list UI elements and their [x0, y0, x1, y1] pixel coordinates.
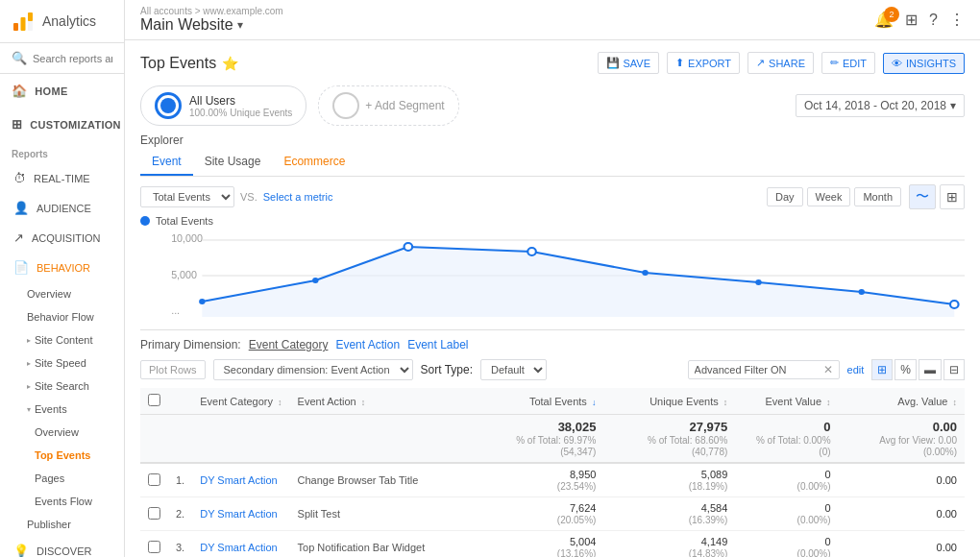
row-category[interactable]: DY Smart Action	[192, 463, 289, 497]
table-grid-button[interactable]: ⊞	[871, 359, 893, 380]
notification-button[interactable]: 🔔 2	[874, 11, 894, 29]
help-icon[interactable]: ?	[929, 12, 938, 29]
secondary-dimension-select[interactable]: Secondary dimension: Event Action	[213, 359, 413, 380]
sort-type-select[interactable]: Default	[480, 359, 547, 380]
sidebar-item-customization[interactable]: ⊞ CUSTOMIZATION	[0, 108, 124, 141]
th-avg-value[interactable]: Avg. Value ↕	[839, 388, 965, 415]
metric-select[interactable]: Total Events	[140, 186, 234, 207]
sidebar-item-site-speed[interactable]: ▸ Site Speed	[0, 351, 124, 375]
day-button[interactable]: Day	[767, 187, 803, 206]
filter-input[interactable]	[695, 364, 820, 375]
search-input[interactable]	[33, 53, 112, 64]
week-button[interactable]: Week	[807, 187, 851, 206]
sidebar-item-publisher[interactable]: Publisher	[0, 513, 124, 536]
row-category[interactable]: DY Smart Action	[192, 531, 289, 558]
page-title-area[interactable]: Main Website ▾	[140, 16, 283, 34]
explorer-label: Explorer	[140, 133, 184, 147]
sidebar-item-top-events[interactable]: Top Events	[0, 444, 124, 467]
sort-type-label: Sort Type:	[421, 363, 473, 376]
sidebar-item-realtime[interactable]: ⏱ REAL-TIME	[0, 163, 124, 193]
sort-icon-total: ↓	[592, 398, 597, 407]
th-event-category[interactable]: Event Category ↕	[192, 388, 289, 415]
share-button[interactable]: ↗ SHARE	[747, 52, 814, 74]
category-link-0[interactable]: DY Smart Action	[200, 474, 278, 486]
dimension-event-action[interactable]: Event Action	[335, 338, 400, 351]
header-actions: 🔔 2 ⊞ ? ⋮	[874, 11, 965, 29]
tab-row: Event Site Usage Ecommerce	[140, 149, 965, 177]
sort-icon-value: ↕	[826, 398, 831, 407]
sidebar-item-events[interactable]: ▾ Events	[0, 398, 124, 421]
segment-row: All Users 100.00% Unique Events + Add Se…	[140, 85, 965, 126]
date-range-button[interactable]: Oct 14, 2018 - Oct 20, 2018 ▾	[796, 94, 965, 117]
row-category[interactable]: DY Smart Action	[192, 497, 289, 531]
dimension-row: Primary Dimension: Event Category Event …	[140, 338, 965, 351]
edit-button[interactable]: ✏ EDIT	[821, 52, 875, 74]
row-check[interactable]	[140, 531, 168, 558]
sidebar-item-discover[interactable]: 💡 DISCOVER	[0, 536, 124, 557]
sidebar-item-pages[interactable]: Pages	[0, 467, 124, 490]
content-area: Top Events ⭐ 💾 SAVE ⬆ EXPORT ↗ SHARE ✏	[125, 40, 980, 557]
analytics-logo-icon	[12, 10, 35, 33]
table-pivot-button[interactable]: ⊟	[943, 359, 965, 380]
plot-rows-button[interactable]: Plot Rows	[140, 360, 206, 379]
row-unique-events: 5,089(18.19%)	[603, 463, 735, 497]
sidebar-item-behavior-flow[interactable]: Behavior Flow	[0, 305, 124, 328]
totals-event-value: 0 % of Total: 0.00% (0)	[735, 415, 838, 464]
sidebar-item-site-content[interactable]: ▸ Site Content	[0, 328, 124, 351]
export-button[interactable]: ⬆ EXPORT	[667, 52, 740, 74]
dimension-event-category[interactable]: Event Category	[249, 338, 329, 351]
share-icon: ↗	[756, 57, 765, 69]
all-users-segment[interactable]: All Users 100.00% Unique Events	[140, 85, 306, 126]
th-total-events[interactable]: Total Events ↓	[473, 388, 603, 415]
save-button[interactable]: 💾 SAVE	[598, 52, 660, 74]
sidebar-search-container[interactable]: 🔍	[0, 43, 124, 74]
sidebar-item-site-search[interactable]: ▸ Site Search	[0, 375, 124, 398]
dimension-event-label[interactable]: Event Label	[407, 338, 468, 351]
sidebar-item-overview[interactable]: Overview	[0, 282, 124, 305]
th-event-action[interactable]: Event Action ↕	[290, 388, 474, 415]
insights-button[interactable]: 👁 INSIGHTS	[883, 53, 965, 74]
filter-clear-button[interactable]: ✕	[823, 363, 833, 376]
table-bar-button[interactable]: ▬	[919, 359, 942, 380]
date-range-text: Oct 14, 2018 - Oct 20, 2018	[804, 99, 946, 112]
sidebar: Analytics 🔍 🏠 HOME ⊞ CUSTOMIZATION Repor…	[0, 0, 125, 557]
row-checkbox-0[interactable]	[148, 473, 160, 486]
th-event-value[interactable]: Event Value ↕	[735, 388, 838, 415]
filter-edit-link[interactable]: edit	[847, 364, 865, 375]
row-check[interactable]	[140, 497, 168, 531]
sidebar-item-home[interactable]: 🏠 HOME	[0, 74, 124, 108]
th-unique-events[interactable]: Unique Events ↕	[603, 388, 735, 415]
row-checkbox-1[interactable]	[148, 507, 160, 520]
sidebar-item-audience[interactable]: 👤 AUDIENCE	[0, 193, 124, 223]
select-metric-link[interactable]: Select a metric	[263, 191, 333, 203]
select-all-checkbox[interactable]	[148, 394, 160, 406]
discover-icon: 💡	[13, 544, 29, 557]
notification-badge: 2	[884, 7, 899, 22]
table-percent-button[interactable]: %	[894, 359, 917, 380]
apps-grid-icon[interactable]: ⊞	[905, 11, 918, 29]
row-avg-value: 0.00	[839, 463, 965, 497]
sidebar-item-events-flow[interactable]: Events Flow	[0, 490, 124, 513]
category-link-1[interactable]: DY Smart Action	[200, 508, 278, 520]
page-title-dropdown-icon[interactable]: ▾	[237, 18, 243, 32]
totals-total-events: 38,025 % of Total: 69.97% (54,347)	[473, 415, 603, 464]
row-unique-events: 4,149(14.83%)	[603, 531, 735, 558]
more-options-icon[interactable]: ⋮	[949, 11, 965, 29]
sidebar-item-behavior[interactable]: 📄 BEHAVIOR	[0, 253, 124, 282]
table-view-buttons: ⊞ % ▬ ⊟	[871, 359, 965, 380]
category-link-2[interactable]: DY Smart Action	[200, 542, 278, 553]
row-action: Split Test	[290, 497, 474, 531]
add-segment-button[interactable]: + Add Segment	[318, 85, 458, 126]
tab-ecommerce[interactable]: Ecommerce	[272, 149, 356, 176]
month-button[interactable]: Month	[854, 187, 901, 206]
line-chart-button[interactable]: 〜	[909, 184, 936, 209]
sidebar-item-events-overview[interactable]: Overview	[0, 421, 124, 444]
tab-event[interactable]: Event	[140, 149, 193, 176]
sidebar-item-acquisition[interactable]: ↗ ACQUISITION	[0, 223, 124, 253]
totals-check	[140, 415, 168, 464]
add-segment-circle	[332, 92, 359, 119]
row-checkbox-2[interactable]	[148, 541, 160, 553]
bar-chart-button[interactable]: ⊞	[940, 184, 965, 209]
tab-site-usage[interactable]: Site Usage	[193, 149, 273, 176]
row-check[interactable]	[140, 463, 168, 497]
